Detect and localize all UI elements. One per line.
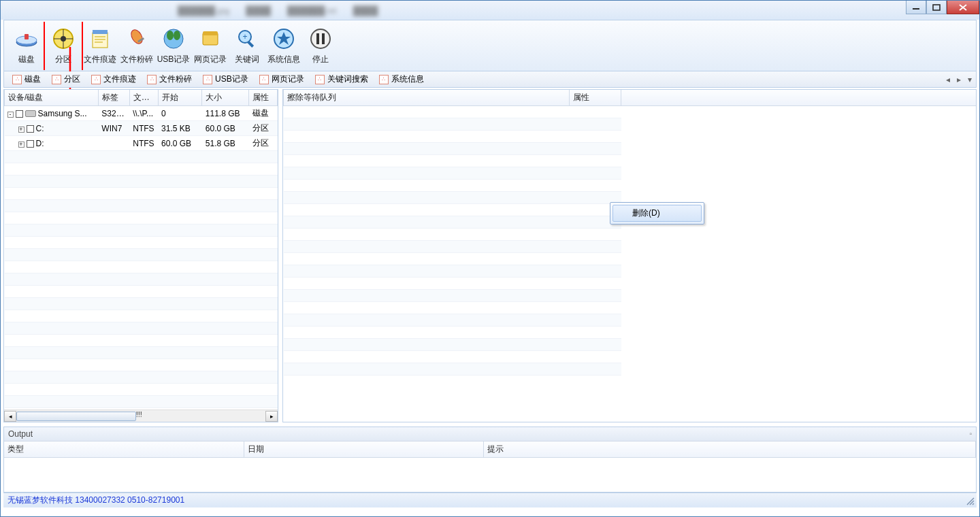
toolbar-label: 停止	[312, 54, 329, 65]
table-row	[284, 118, 977, 131]
tree-expander[interactable]: +	[18, 127, 24, 133]
svg-rect-17	[247, 41, 254, 48]
col-device[interactable]: 设备/磁盘	[5, 90, 99, 106]
svg-point-13	[174, 31, 180, 40]
resize-grip-icon[interactable]	[966, 497, 975, 506]
sub-keyword[interactable]: ∴关键词搜索	[310, 72, 374, 86]
sub-disk[interactable]: ∴磁盘	[7, 72, 46, 86]
toolbar-web-log[interactable]: 网页记录	[192, 22, 229, 69]
file-trace-icon	[88, 27, 112, 51]
toolbar-keyword[interactable]: + 关键词	[229, 22, 265, 69]
checkbox[interactable]	[27, 140, 34, 148]
scroll-left-icon[interactable]: ◂	[4, 411, 16, 422]
sub-system-info[interactable]: ∴系统信息	[374, 72, 429, 86]
col-fs[interactable]: 文件...	[129, 90, 158, 106]
h-scrollbar[interactable]: ◂ !!! ▸	[4, 410, 278, 422]
col-attr[interactable]: 属性	[249, 90, 278, 106]
svg-text:+: +	[242, 32, 247, 41]
col-queue[interactable]: 擦除等待队列	[284, 90, 570, 106]
device-tree-panel: 设备/磁盘 标签 文件... 开始 大小 属性 -Samsung S...S32…	[3, 89, 278, 422]
toolbar-usb-log[interactable]: USB记录	[155, 22, 192, 69]
table-row	[5, 335, 278, 347]
nav-left-icon[interactable]: ◂	[945, 75, 951, 84]
file-shred-icon	[125, 27, 149, 51]
sub-label: 关键词搜索	[327, 73, 368, 85]
toolbar-file-shred[interactable]: 文件粉碎	[118, 22, 155, 69]
table-row[interactable]: -Samsung S...S32K...\\.\P...0111.8 GB磁盘	[5, 106, 278, 121]
doc-icon: ∴	[91, 75, 101, 84]
tree-expander[interactable]: -	[7, 112, 14, 118]
nav-right-icon[interactable]: ▸	[956, 75, 962, 84]
toolbar-partition[interactable]: 分区	[45, 22, 82, 69]
table-row	[284, 265, 977, 278]
toolbar-stop[interactable]: 停止	[302, 22, 339, 69]
web-log-icon	[198, 27, 223, 51]
table-row	[5, 347, 278, 359]
sub-file-trace[interactable]: ∴文件痕迹	[86, 72, 142, 86]
col-label[interactable]: 标签	[98, 90, 129, 106]
svg-rect-8	[93, 30, 108, 34]
device-name: D:	[36, 139, 44, 148]
scroll-pos: !!!	[136, 410, 142, 418]
toolbar-file-trace[interactable]: 文件痕迹	[82, 22, 118, 69]
table-row	[284, 180, 977, 192]
table-row	[284, 363, 977, 376]
table-row[interactable]: +D:NTFS60.0 GB51.8 GB分区	[5, 136, 278, 151]
checkbox[interactable]	[27, 125, 34, 133]
title-bar: ██████.jpg██████████.txt████	[1, 1, 979, 20]
tree-expander[interactable]: +	[18, 141, 24, 148]
sub-label: USB记录	[215, 73, 248, 85]
usb-log-icon	[161, 27, 186, 51]
status-text: 无锡蓝梦软件科技 13400027332 0510-82719001	[7, 495, 184, 506]
toolbar-disk[interactable]: 磁盘	[8, 22, 45, 69]
minimize-button[interactable]	[906, 1, 926, 14]
output-table[interactable]: 类型 日期 提示	[4, 441, 976, 458]
col-tip[interactable]: 提示	[483, 441, 976, 458]
doc-icon: ∴	[203, 75, 212, 84]
checkbox[interactable]	[16, 110, 23, 118]
sub-web-log[interactable]: ∴网页记录	[254, 72, 310, 86]
table-row	[5, 163, 278, 176]
tab-nav-arrows: ◂ ▸ ▾	[945, 75, 973, 84]
svg-point-20	[311, 29, 330, 48]
output-title-text: Output	[8, 429, 33, 439]
nav-dropdown-icon[interactable]: ▾	[966, 75, 973, 84]
sub-file-shred[interactable]: ∴文件粉碎	[142, 72, 197, 86]
col-date[interactable]: 日期	[244, 441, 483, 458]
table-row	[284, 106, 977, 118]
sub-label: 磁盘	[24, 73, 41, 85]
table-row	[284, 302, 977, 314]
toolbar-label: 文件痕迹	[84, 54, 116, 65]
col-size[interactable]: 大小	[202, 90, 249, 106]
table-row	[5, 151, 278, 163]
doc-icon: ∴	[12, 75, 22, 84]
col-queue-attr[interactable]: 属性	[570, 90, 621, 106]
sub-usb-log[interactable]: ∴USB记录	[197, 72, 254, 86]
table-row	[5, 224, 278, 237]
scroll-thumb[interactable]	[16, 412, 136, 421]
table-row	[5, 249, 278, 261]
sub-partition[interactable]: ∴分区	[46, 72, 86, 86]
toolbar-system-info[interactable]: 系统信息	[265, 22, 302, 69]
table-row	[284, 229, 977, 241]
sub-label: 文件痕迹	[103, 73, 136, 85]
svg-rect-4	[24, 34, 29, 39]
doc-icon: ∴	[379, 75, 389, 84]
col-start[interactable]: 开始	[158, 90, 202, 106]
col-type[interactable]: 类型	[4, 441, 244, 458]
queue-table[interactable]: 擦除等待队列 属性	[283, 90, 976, 376]
toolbar-label: 文件粉碎	[120, 54, 153, 65]
device-table[interactable]: 设备/磁盘 标签 文件... 开始 大小 属性 -Samsung S...S32…	[4, 90, 278, 420]
table-row	[284, 143, 977, 155]
close-button[interactable]	[947, 1, 979, 14]
pin-icon[interactable]: ▫	[969, 430, 972, 437]
table-row	[5, 237, 278, 249]
table-row	[5, 286, 278, 298]
table-row	[284, 253, 977, 265]
table-row[interactable]: +C:WIN7NTFS31.5 KB60.0 GB分区	[5, 121, 278, 136]
table-row	[5, 298, 278, 310]
ctx-delete[interactable]: 删除(D)	[612, 205, 702, 222]
scroll-right-icon[interactable]: ▸	[265, 411, 278, 422]
maximize-button[interactable]	[926, 1, 947, 14]
table-row	[5, 359, 278, 371]
